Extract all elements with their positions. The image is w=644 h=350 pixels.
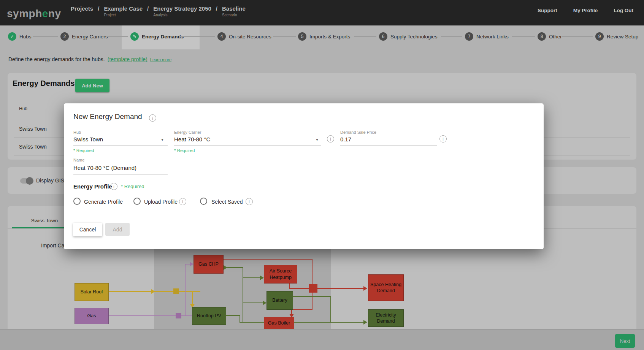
step-connector: [107, 36, 128, 37]
field-underline: [174, 146, 321, 146]
flow-line: [192, 291, 193, 305]
node-space-heating-demand[interactable]: Space Heating Demand: [368, 274, 404, 301]
demand-sale-price-input[interactable]: 0.17: [340, 136, 351, 143]
flow-line: [330, 296, 331, 323]
required-hint: * Required: [73, 148, 94, 153]
energy-profile-heading: Energy Profile: [73, 183, 112, 190]
new-energy-demand-modal: New Energy Demand i Hub Swiss Town ▾ * R…: [64, 103, 544, 249]
add-new-button[interactable]: Add New: [75, 79, 109, 92]
top-bar: sympheny Projects / Example Case Project…: [0, 0, 644, 25]
log-out-link[interactable]: Log Out: [614, 8, 633, 13]
energy-carrier-field-label: Energy Carrier: [174, 130, 201, 135]
node-electricity-demand[interactable]: Electricity Demand: [368, 309, 404, 327]
chevron-down-icon[interactable]: ▾: [316, 137, 318, 142]
flow-line: [109, 315, 183, 316]
next-button[interactable]: Next: [615, 334, 635, 348]
step-imports-exports[interactable]: 5 Imports & Exports: [298, 32, 350, 41]
node-solar-roof[interactable]: Solar Roof: [75, 283, 109, 301]
node-rooftop-pv[interactable]: Rooftop PV: [192, 307, 226, 325]
info-icon[interactable]: i: [179, 198, 186, 205]
select-saved-label[interactable]: Select Saved: [211, 199, 243, 205]
flow-line: [291, 309, 292, 314]
card-title: Energy Demands: [13, 79, 75, 88]
upload-profile-radio[interactable]: [133, 198, 141, 205]
info-icon[interactable]: i: [110, 183, 117, 190]
step-hubs[interactable]: ✓ Hubs: [8, 32, 32, 41]
junction-node[interactable]: [176, 313, 181, 318]
step-number-icon: 6: [379, 32, 387, 41]
modal-title: New Energy Demand: [73, 112, 142, 121]
top-nav: Support My Profile Log Out: [538, 8, 633, 13]
step-other[interactable]: 8 Other: [538, 32, 562, 41]
field-underline: [73, 174, 168, 174]
breadcrumb-analysis[interactable]: Energy Strategy 2050 Analysis: [153, 5, 211, 17]
info-icon[interactable]: i: [439, 135, 447, 143]
flow-line: [291, 309, 312, 310]
step-energy-demands[interactable]: ✎ Energy Demands: [130, 32, 184, 41]
step-review-setup[interactable]: 9 Review Setup: [595, 32, 638, 41]
my-profile-link[interactable]: My Profile: [573, 8, 598, 13]
step-supply-technologies[interactable]: 6 Supply Technologies: [379, 32, 438, 41]
step-connector: [33, 36, 58, 37]
node-gas[interactable]: Gas: [75, 308, 109, 324]
cancel-button[interactable]: Cancel: [73, 223, 102, 236]
chevron-down-icon[interactable]: ▾: [161, 137, 163, 142]
required-hint: * Required: [174, 148, 195, 153]
step-number-icon: 4: [217, 32, 226, 41]
column-header-hub: Hub: [19, 106, 27, 111]
arrow-icon: [151, 289, 155, 294]
junction-node[interactable]: [173, 288, 179, 294]
flow-line: [227, 267, 243, 268]
arrow-icon: [224, 265, 227, 270]
node-air-source-heatpump[interactable]: Air Source Heatpump: [264, 265, 297, 283]
breadcrumb: Projects / Example Case Project / Energy…: [71, 5, 246, 17]
flow-line: [293, 296, 331, 297]
template-profile-link[interactable]: (template profile): [108, 56, 148, 62]
footer-bar: Next: [0, 329, 644, 350]
learn-more-link[interactable]: Learn more: [150, 57, 171, 62]
field-underline: [73, 146, 168, 146]
display-gis-toggle[interactable]: [20, 177, 34, 185]
step-connector: [562, 36, 593, 37]
flow-line: [185, 264, 190, 264]
info-icon[interactable]: i: [149, 114, 156, 122]
flow-line: [317, 288, 363, 289]
table-row[interactable]: Swiss Town: [19, 126, 47, 132]
step-connector: [354, 36, 376, 37]
node-battery[interactable]: Battery: [266, 291, 293, 310]
hub-select[interactable]: Swiss Town: [73, 136, 103, 143]
breadcrumb-separator: /: [98, 5, 99, 12]
breadcrumb-project[interactable]: Example Case Project: [104, 5, 143, 17]
node-gas-boiler[interactable]: Gas Boiler: [264, 317, 294, 329]
flow-line: [312, 293, 312, 309]
add-button[interactable]: Add: [105, 223, 130, 236]
step-number-icon: 5: [298, 32, 306, 41]
table-row[interactable]: Swiss Town: [19, 144, 47, 150]
step-onsite-resources[interactable]: 4 On-site Resources: [217, 32, 271, 41]
name-input[interactable]: Heat 70-80 °C (Demand): [73, 165, 136, 171]
step-energy-carriers[interactable]: 2 Energy Carriers: [60, 32, 108, 41]
node-gas-chp[interactable]: Gas CHP: [194, 255, 224, 274]
breadcrumb-scenario[interactable]: Baseline Scenario: [222, 5, 246, 17]
breadcrumb-separator: /: [147, 5, 149, 12]
info-icon[interactable]: i: [327, 135, 334, 143]
generate-profile-label[interactable]: Generate Profile: [84, 199, 123, 205]
flow-line: [181, 315, 193, 316]
sympheny-logo[interactable]: sympheny: [7, 8, 61, 20]
select-saved-radio[interactable]: [200, 198, 207, 205]
flow-line: [224, 259, 312, 260]
toggle-knob: [26, 177, 33, 185]
edit-icon: ✎: [130, 32, 139, 41]
step-connector: [441, 36, 462, 37]
info-icon[interactable]: i: [246, 198, 253, 205]
junction-node[interactable]: [309, 284, 317, 293]
support-link[interactable]: Support: [538, 8, 557, 13]
arrow-icon: [260, 276, 264, 280]
step-connector: [273, 36, 296, 37]
breadcrumb-projects[interactable]: Projects: [71, 5, 93, 12]
energy-carrier-select[interactable]: Heat 70-80 °C: [174, 136, 210, 143]
generate-profile-radio[interactable]: [73, 198, 81, 205]
arrow-icon: [363, 286, 367, 291]
upload-profile-label[interactable]: Upload Profile: [144, 199, 178, 205]
step-network-links[interactable]: 7 Network Links: [465, 32, 509, 41]
